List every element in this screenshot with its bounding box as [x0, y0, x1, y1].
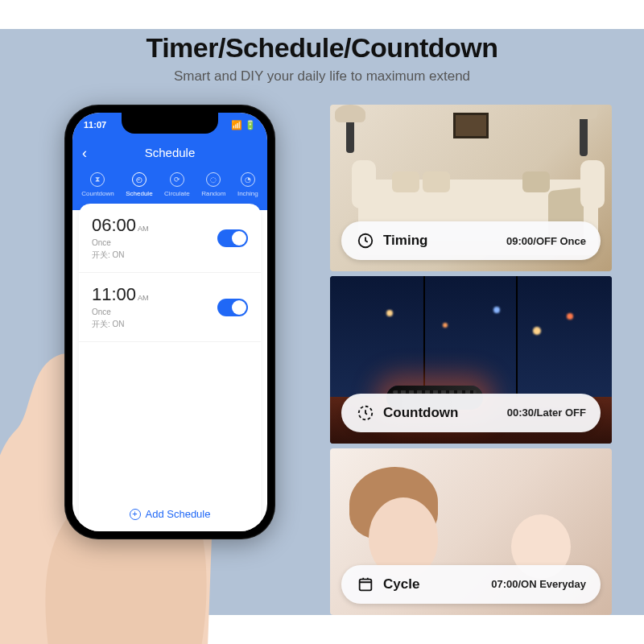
feature-value: 07:00/ON Everyday: [491, 578, 586, 590]
schedule-ampm: AM: [138, 294, 149, 302]
schedule-card: 06:00AM Once 开关: ON 11:00AM Once 开关: ON: [79, 204, 261, 531]
left-column: 11:07 📶 🔋 ‹ Schedule ⧗Countdown ◴Schedul…: [0, 105, 330, 615]
status-icons: 📶 🔋: [231, 120, 256, 130]
tab-label: Inching: [237, 190, 258, 197]
back-icon[interactable]: ‹: [82, 145, 87, 162]
tab-random[interactable]: ◌Random: [201, 172, 225, 197]
circulate-icon: ⟳: [170, 172, 184, 187]
topbar-title: Schedule: [145, 146, 196, 159]
tab-circulate[interactable]: ⟳Circulate: [164, 172, 190, 197]
header: Timer/Schedule/Countdown Smart and DIY y…: [0, 32, 644, 85]
content-row: 11:07 📶 🔋 ‹ Schedule ⧗Countdown ◴Schedul…: [0, 105, 644, 615]
hourglass-icon: ⧗: [90, 172, 105, 187]
cushion-illustration: [392, 171, 419, 192]
plus-icon: +: [130, 509, 141, 520]
lamp-illustration: [346, 119, 354, 153]
lamp-illustration: [580, 116, 588, 156]
scene-timing: Timing 09:00/OFF Once: [330, 105, 612, 271]
painting-illustration: [453, 113, 489, 138]
feature-value: 00:30/Later OFF: [507, 407, 586, 419]
clock-icon: [356, 231, 375, 250]
status-time: 11:07: [84, 120, 106, 130]
feature-label: Countdown: [383, 405, 499, 421]
right-column: Timing 09:00/OFF Once Countdown 00:30/La…: [330, 105, 644, 615]
schedule-toggle[interactable]: [217, 299, 248, 316]
bokeh-light: [386, 310, 393, 316]
cushion-illustration: [522, 171, 550, 192]
schedule-action: 开关: ON: [92, 319, 149, 330]
inching-icon: ◔: [241, 172, 255, 187]
cushion-illustration: [423, 171, 450, 192]
countdown-icon: [356, 403, 375, 423]
page-subtitle: Smart and DIY your daily life to maximum…: [0, 68, 644, 85]
phone-notch: [122, 113, 218, 134]
feature-pill-timing: Timing 09:00/OFF Once: [341, 221, 601, 260]
feature-pill-cycle: Cycle 07:00/ON Everyday: [341, 565, 601, 604]
tab-label: Circulate: [164, 190, 190, 197]
letterbox-top: [0, 0, 644, 29]
schedule-ampm: AM: [138, 225, 149, 233]
schedule-time: 11:00: [92, 284, 136, 305]
schedule-action: 开关: ON: [92, 250, 149, 261]
bokeh-light: [567, 313, 573, 320]
feature-value: 09:00/OFF Once: [506, 235, 586, 247]
schedule-row[interactable]: 06:00AM Once 开关: ON: [79, 204, 261, 273]
schedule-repeat: Once: [92, 238, 149, 247]
tab-schedule[interactable]: ◴Schedule: [126, 172, 152, 197]
phone-screen: 11:07 📶 🔋 ‹ Schedule ⧗Countdown ◴Schedul…: [72, 113, 267, 531]
feature-pill-countdown: Countdown 00:30/Later OFF: [341, 394, 601, 432]
calendar-icon: [356, 575, 375, 594]
scene-countdown: Countdown 00:30/Later OFF: [330, 276, 612, 443]
feature-label: Cycle: [383, 576, 483, 592]
page-title: Timer/Schedule/Countdown: [0, 32, 644, 64]
feature-label: Timing: [383, 233, 498, 249]
tab-label: Schedule: [126, 190, 152, 197]
tab-label: Random: [201, 190, 225, 197]
schedule-toggle[interactable]: [217, 229, 248, 247]
schedule-row[interactable]: 11:00AM Once 开关: ON: [79, 273, 261, 342]
add-schedule-label: Add Schedule: [146, 508, 211, 520]
phone-frame: 11:07 📶 🔋 ‹ Schedule ⧗Countdown ◴Schedul…: [64, 105, 275, 539]
random-icon: ◌: [206, 172, 221, 187]
bokeh-light: [533, 327, 541, 335]
add-schedule-button[interactable]: + Add Schedule: [79, 497, 261, 531]
schedule-repeat: Once: [92, 308, 149, 316]
schedule-time: 06:00: [92, 215, 136, 236]
tab-label: Countdown: [81, 190, 114, 197]
bokeh-light: [493, 307, 500, 313]
tab-countdown[interactable]: ⧗Countdown: [81, 172, 114, 197]
tab-inching[interactable]: ◔Inching: [237, 172, 258, 197]
topbar: ‹ Schedule: [72, 137, 267, 167]
clock-icon: ◴: [132, 172, 147, 187]
scene-cycle: Cycle 07:00/ON Everyday: [330, 448, 612, 615]
svg-rect-2: [360, 580, 372, 591]
